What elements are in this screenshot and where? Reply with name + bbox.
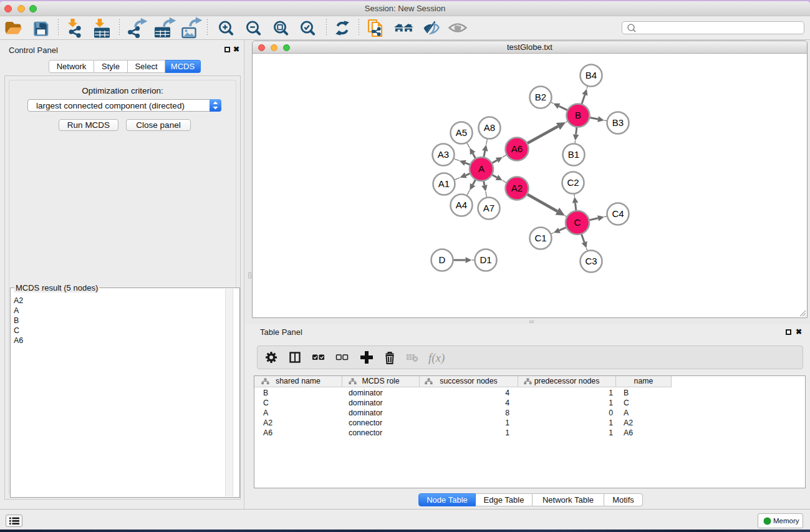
svg-text:A5: A5 (456, 127, 467, 138)
svg-text:B4: B4 (586, 70, 597, 80)
svg-text:B3: B3 (612, 117, 624, 128)
svg-text:C2: C2 (567, 177, 579, 188)
svg-text:D1: D1 (480, 254, 491, 265)
svg-text:f(x): f(x) (428, 351, 445, 365)
svg-text:B: B (575, 110, 581, 120)
svg-text:A: A (478, 163, 485, 174)
svg-text:C1: C1 (534, 233, 546, 243)
svg-text:A1: A1 (438, 178, 450, 189)
svg-text:C4: C4 (612, 208, 624, 219)
svg-text:A2: A2 (511, 183, 523, 193)
svg-text:C: C (574, 217, 581, 228)
svg-text:A8: A8 (484, 122, 495, 133)
svg-text:C3: C3 (585, 256, 597, 266)
svg-text:B2: B2 (535, 92, 546, 102)
svg-text:A7: A7 (483, 203, 494, 213)
svg-text:D: D (439, 254, 446, 265)
svg-text:A6: A6 (511, 143, 523, 154)
svg-text:A4: A4 (456, 200, 467, 210)
svg-text:A3: A3 (438, 149, 449, 160)
svg-text:B1: B1 (568, 149, 579, 160)
